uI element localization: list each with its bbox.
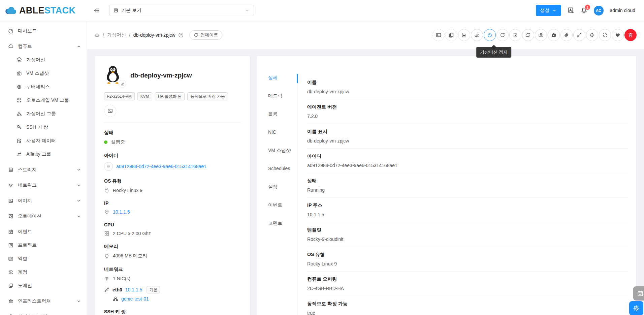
- reboot-button[interactable]: [496, 29, 509, 41]
- vm-id-link[interactable]: a0912984-0d72-4ee3-9ae6-015314168ae1: [116, 164, 206, 169]
- unlink-button[interactable]: [599, 29, 611, 41]
- sidebar-item-roles[interactable]: 역할: [0, 252, 87, 265]
- favorite-button[interactable]: [612, 29, 624, 41]
- tab-nic[interactable]: NIC: [268, 129, 297, 148]
- vm-head: db-deploy-vm-zpjcw: [104, 64, 240, 86]
- avatar[interactable]: AC: [594, 6, 604, 15]
- dashboard-icon: [8, 28, 13, 34]
- event-log-float-button[interactable]: [633, 286, 644, 301]
- sync-button[interactable]: [522, 29, 534, 41]
- sidebar-item-vm-groups[interactable]: 가상머신 그룹: [0, 107, 87, 121]
- sidebar-item-accounts[interactable]: 계정: [0, 265, 87, 279]
- chevron-down-icon: [245, 8, 250, 13]
- ip-link[interactable]: 10.1.1.5: [113, 209, 130, 215]
- sidebar-collapse-button[interactable]: [91, 5, 102, 16]
- nic-default-tag: 기본: [147, 286, 160, 293]
- metrics-button[interactable]: [458, 29, 470, 41]
- paperclip-icon: [564, 32, 569, 38]
- create-button[interactable]: 생성: [536, 5, 561, 16]
- reload-icon: [500, 32, 505, 38]
- tab-details[interactable]: 상세: [268, 75, 297, 93]
- open-console-button[interactable]: [104, 105, 116, 117]
- tab-volumes[interactable]: 볼륨: [268, 111, 297, 129]
- sidebar-item-domains[interactable]: 도메인: [0, 279, 87, 292]
- sidebar-item-vm-snapshots[interactable]: VM 스냅샷: [0, 67, 87, 80]
- help-icon[interactable]: [178, 32, 184, 38]
- sidebar-item-storage[interactable]: 스토리지: [0, 163, 87, 177]
- notifications-button[interactable]: 1: [581, 7, 587, 14]
- sidebar-item-service-offerings[interactable]: 서비스 오퍼링: [0, 310, 87, 315]
- detail-row-template: 템플릿 Rocky-9-cloudinit: [307, 222, 627, 247]
- edit-button[interactable]: [471, 29, 483, 41]
- network-name-link[interactable]: genie-test-01: [121, 296, 149, 302]
- sidebar-item-autoscale-vm-groups[interactable]: 오토스케일 VM 그룹: [0, 94, 87, 107]
- trash-icon: [628, 32, 633, 38]
- tab-schedules[interactable]: Schedules: [268, 166, 297, 184]
- expand-arrows-icon: [17, 98, 22, 103]
- sidebar-item-kubernetes[interactable]: 쿠버네티스: [0, 80, 87, 94]
- unlink-icon: [602, 32, 608, 38]
- sidebar-item-affinity-groups[interactable]: Affinity 그룹: [0, 148, 87, 161]
- stop-vm-button[interactable]: [484, 29, 496, 41]
- console-button[interactable]: [432, 29, 445, 41]
- take-snapshot-button[interactable]: [535, 29, 547, 41]
- ablestack-logo[interactable]: ABLESTACK: [0, 5, 87, 16]
- project-icon: [8, 243, 13, 248]
- sidebar-item-network[interactable]: 네트워크: [0, 179, 87, 192]
- attach-iso-button[interactable]: [560, 29, 573, 41]
- edit-avatar-button[interactable]: [119, 80, 126, 88]
- status-value: 실행중: [111, 139, 125, 145]
- reinstall-button[interactable]: [509, 29, 521, 41]
- team-icon: [8, 270, 13, 275]
- view-select[interactable]: 기본 보기: [109, 5, 254, 16]
- wifi-icon: [104, 276, 109, 281]
- settings-float-button[interactable]: [629, 301, 643, 315]
- chevron-down-icon: [76, 214, 81, 219]
- tab-events[interactable]: 이벤트: [268, 202, 297, 220]
- nic-ip-link[interactable]: 10.1.1.5: [125, 287, 142, 292]
- idcard-icon: [8, 256, 13, 261]
- copy-button[interactable]: [445, 29, 457, 41]
- sidebar-item-compute[interactable]: 컴퓨트: [0, 40, 87, 53]
- gear-icon: [633, 305, 640, 312]
- sidebar-item-projects[interactable]: 프로젝트: [0, 239, 87, 252]
- letter-a-plus-icon[interactable]: [568, 7, 574, 14]
- sidebar-item-automation[interactable]: 오토메이션: [0, 210, 87, 223]
- tab-comments[interactable]: 코멘트: [268, 220, 297, 239]
- tab-settings[interactable]: 설정: [268, 184, 297, 202]
- sync-icon: [525, 32, 531, 38]
- sidebar-item-dashboard[interactable]: 대시보드: [0, 24, 87, 38]
- migrate-button[interactable]: [573, 29, 585, 41]
- heart-icon: [615, 32, 620, 38]
- detail-row-compute-offering: 컴퓨트 오퍼링 2C-4GB-RBD-HA: [307, 272, 627, 296]
- sidebar-item-events[interactable]: 이벤트: [0, 225, 87, 239]
- main-area: / 가상머신 / db-deploy-vm-zpjcw 업데이트: [87, 21, 644, 315]
- memory-value: 4096 MB 메모리: [113, 253, 147, 259]
- cluster-icon: [113, 296, 118, 302]
- sidebar-item-user-data[interactable]: 사용자 데이터: [0, 134, 87, 148]
- vm-snapshot-button[interactable]: [548, 29, 560, 41]
- move-button[interactable]: [586, 29, 598, 41]
- detail-row-name: 이름 db-deploy-vm-zpjcw: [307, 75, 627, 99]
- sidebar-item-virtual-machines[interactable]: 가상머신: [0, 53, 87, 67]
- api-icon: [104, 287, 109, 292]
- chevron-down-icon: [76, 198, 81, 203]
- tag-dynamic-scalable: 동적으로 확장 가능: [187, 92, 228, 100]
- home-icon[interactable]: [94, 32, 100, 38]
- sidebar-item-images[interactable]: 이미지: [0, 194, 87, 208]
- tab-metrics[interactable]: 메트릭: [268, 93, 297, 111]
- detail-tabs: 상세 메트릭 볼륨 NIC VM 스냅샷 Schedules 설정 이벤트 코멘…: [257, 75, 298, 315]
- detail-row-state: 상태 Running: [307, 173, 627, 198]
- blocks-icon: [8, 283, 13, 288]
- update-button[interactable]: 업데이트: [189, 30, 222, 40]
- tag-instance-name: i-2-32614-VM: [104, 92, 135, 100]
- sidebar-item-ssh-keypairs[interactable]: SSH 키 쌍: [0, 121, 87, 134]
- user-name[interactable]: admin cloud: [610, 8, 636, 13]
- sidebar-item-infrastructure[interactable]: 인프라스트럭쳐: [0, 294, 87, 308]
- pin-icon: [104, 209, 109, 215]
- picture-icon: [8, 198, 13, 203]
- breadcrumb-section[interactable]: 가상머신: [107, 32, 126, 38]
- delete-vm-button[interactable]: [624, 29, 637, 41]
- tab-vm-snapshots[interactable]: VM 스냅샷: [268, 148, 297, 166]
- database-icon: [8, 167, 13, 172]
